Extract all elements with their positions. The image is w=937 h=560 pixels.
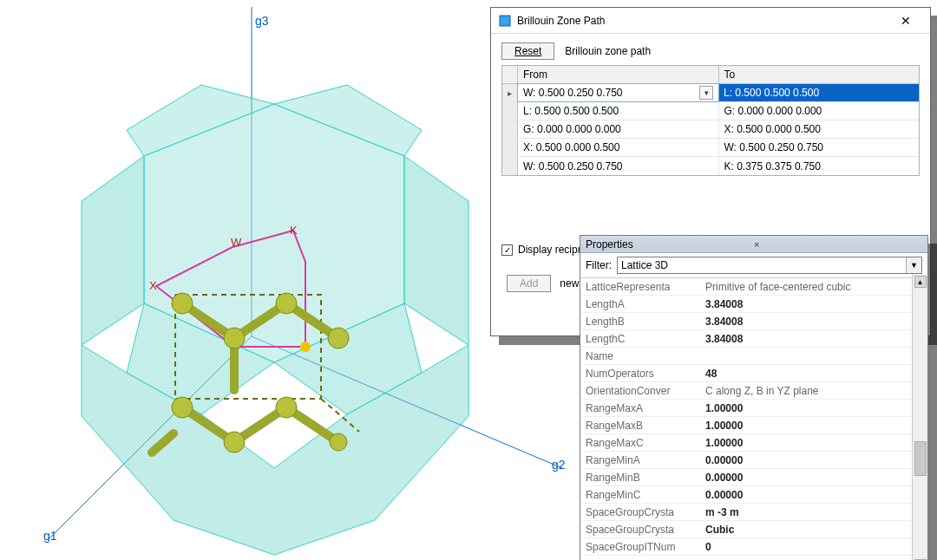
cell-from[interactable]: W: 0.500 0.250 0.750 [518, 157, 719, 175]
property-row[interactable]: LengthC3.84008 [580, 330, 912, 348]
property-value[interactable]: 0 [700, 541, 912, 553]
property-key: RangeMinC [580, 489, 700, 501]
svg-point-28 [330, 433, 347, 451]
property-key: NumOperators [580, 368, 700, 380]
property-row[interactable]: LengthB3.84008 [580, 313, 912, 330]
property-key: RangeMaxC [580, 437, 700, 449]
cell-to[interactable]: W: 0.500 0.250 0.750 [719, 139, 920, 156]
col-from[interactable]: From [518, 66, 719, 83]
property-value[interactable]: 3.84008 [700, 298, 912, 310]
svg-marker-4 [404, 156, 468, 345]
property-value[interactable]: 48 [700, 368, 912, 380]
property-key: SpaceGroupCrysta [580, 524, 700, 536]
property-value[interactable]: 0.00000 [700, 454, 912, 466]
cell-from[interactable]: G: 0.000 0.000 0.000 [518, 120, 719, 138]
row-marker [502, 120, 518, 138]
bz-caption: Brillouin zone path [565, 45, 651, 57]
table-row[interactable]: ▸W: 0.500 0.250 0.750▾L: 0.500 0.500 0.5… [502, 84, 919, 102]
property-value[interactable]: Primitive of face-centered cubic [700, 281, 912, 293]
property-row[interactable]: SpaceGroupCrystam -3 m [580, 504, 912, 521]
property-key: LengthA [580, 298, 700, 310]
bz-path-grid[interactable]: From To ▸W: 0.500 0.250 0.750▾L: 0.500 0… [501, 65, 920, 176]
kpoint-label-w: W [231, 236, 241, 249]
property-row[interactable]: SpaceGroupITNum0 [580, 538, 912, 556]
property-row[interactable]: RangeMinC0.00000 [580, 486, 912, 504]
property-value[interactable]: 1.00000 [700, 420, 912, 432]
cell-to[interactable]: G: 0.000 0.000 0.000 [719, 102, 920, 120]
kpoint-label-k: K [290, 224, 298, 237]
property-key: RangeMaxA [580, 402, 700, 414]
row-marker [502, 139, 518, 156]
cell-from[interactable]: L: 0.500 0.500 0.500 [518, 102, 719, 120]
properties-panel: Properties × Filter: Lattice 3D ▼ Lattic… [580, 235, 928, 560]
properties-scrollbar[interactable]: ▲ ▼ [912, 274, 927, 560]
dialog-titlebar[interactable]: Brillouin Zone Path ✕ [491, 8, 930, 34]
scroll-up-icon[interactable]: ▲ [914, 276, 927, 288]
property-key: Name [580, 350, 700, 362]
chevron-down-icon[interactable]: ▼ [906, 257, 921, 273]
property-key: LatticeRepresenta [580, 281, 700, 293]
svg-point-21 [172, 293, 193, 314]
property-value[interactable]: m -3 m [700, 506, 912, 518]
property-value[interactable]: 3.84008 [700, 316, 912, 328]
property-value[interactable]: C along Z, B in YZ plane [700, 385, 912, 397]
property-row[interactable]: SpaceGroupLaueCm-3m [580, 556, 912, 560]
cell-to[interactable]: K: 0.375 0.375 0.750 [719, 157, 920, 175]
svg-point-25 [172, 397, 193, 418]
properties-title: Properties [586, 238, 754, 251]
property-key: LengthB [580, 316, 700, 328]
svg-point-22 [276, 293, 297, 314]
property-key: OrientationConver [580, 385, 700, 397]
dialog-title: Brillouin Zone Path [517, 15, 888, 27]
table-row[interactable]: W: 0.500 0.250 0.750K: 0.375 0.375 0.750 [502, 157, 919, 175]
row-marker [502, 102, 518, 120]
property-row[interactable]: RangeMinB0.00000 [580, 469, 912, 486]
table-row[interactable]: L: 0.500 0.500 0.500G: 0.000 0.000 0.000 [502, 102, 919, 120]
property-row[interactable]: OrientationConverC along Z, B in YZ plan… [580, 382, 912, 400]
property-value[interactable]: Cubic [700, 524, 912, 536]
col-to[interactable]: To [719, 66, 920, 83]
property-value[interactable]: 0.00000 [700, 489, 912, 501]
reset-button[interactable]: Reset [501, 42, 554, 60]
row-marker [502, 157, 518, 175]
table-row[interactable]: G: 0.000 0.000 0.000X: 0.500 0.000 0.500 [502, 120, 919, 139]
property-value[interactable]: 3.84008 [700, 333, 912, 345]
property-value[interactable]: 1.00000 [700, 437, 912, 449]
property-row[interactable]: LengthA3.84008 [580, 296, 912, 313]
property-row[interactable]: Name [580, 348, 912, 365]
scroll-thumb[interactable] [914, 441, 927, 476]
property-value[interactable]: 0.00000 [700, 472, 912, 484]
cell-from[interactable]: W: 0.500 0.250 0.750▾ [517, 83, 719, 102]
property-row[interactable]: RangeMinA0.00000 [580, 452, 912, 469]
property-row[interactable]: NumOperators48 [580, 365, 912, 382]
property-row[interactable]: RangeMaxB1.00000 [580, 417, 912, 434]
property-row[interactable]: LatticeRepresentaPrimitive of face-cente… [580, 278, 912, 296]
filter-select[interactable]: Lattice 3D ▼ [617, 257, 922, 274]
display-reciprocal-checkbox[interactable] [501, 244, 513, 256]
svg-point-24 [328, 328, 349, 348]
axis-label-g2: g2 [552, 458, 566, 472]
filter-label: Filter: [586, 259, 612, 271]
kpoint-label-x: X [149, 279, 157, 292]
svg-marker-5 [82, 156, 144, 345]
svg-point-26 [276, 397, 297, 418]
svg-point-23 [224, 328, 245, 348]
cell-from[interactable]: X: 0.500 0.000 0.500 [518, 139, 719, 156]
property-value[interactable]: 1.00000 [700, 402, 912, 414]
chevron-down-icon[interactable]: ▾ [699, 86, 713, 100]
axis-label-g1: g1 [43, 529, 57, 543]
property-key: RangeMinB [580, 472, 700, 484]
app-icon [498, 14, 512, 28]
cell-to[interactable]: L: 0.500 0.500 0.500 [718, 84, 919, 101]
property-key: LengthC [580, 333, 700, 345]
properties-titlebar[interactable]: Properties × [580, 236, 927, 253]
row-marker: ▸ [502, 84, 518, 101]
add-button[interactable]: Add [507, 275, 551, 292]
property-row[interactable]: RangeMaxC1.00000 [580, 434, 912, 452]
close-icon[interactable]: ✕ [888, 14, 923, 28]
property-row[interactable]: RangeMaxA1.00000 [580, 400, 912, 417]
properties-close-icon[interactable]: × [754, 239, 922, 250]
property-row[interactable]: SpaceGroupCrystaCubic [580, 521, 912, 538]
cell-to[interactable]: X: 0.500 0.000 0.500 [719, 120, 920, 138]
table-row[interactable]: X: 0.500 0.000 0.500W: 0.500 0.250 0.750 [502, 139, 919, 157]
